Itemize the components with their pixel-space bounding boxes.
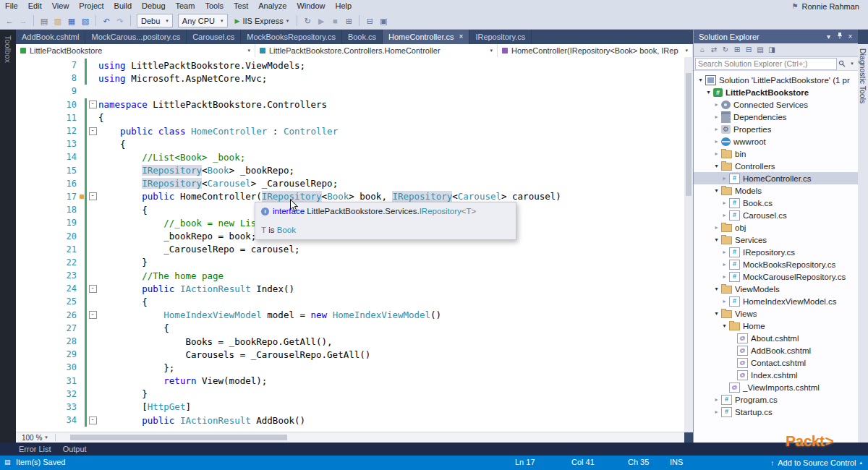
nav-forward-icon[interactable]: → [17, 14, 30, 28]
fold-collapse-icon[interactable]: - [89, 192, 97, 200]
tree-item-homeindexviewmodel-cs[interactable]: ▸HomeIndexViewModel.cs [694, 295, 859, 307]
expander-open-icon[interactable]: ▾ [712, 187, 720, 194]
tree-item-dependencies[interactable]: ▸Dependencies [694, 111, 859, 123]
fold-collapse-icon[interactable]: - [89, 416, 97, 424]
save-all-icon[interactable]: ▧ [79, 14, 92, 28]
save-icon[interactable]: ▦ [65, 14, 78, 28]
scrollbar-thumb[interactable] [70, 435, 287, 440]
expander-closed-icon[interactable]: ▸ [712, 409, 720, 415]
breadcrumb-member-dropdown[interactable]: HomeController(IRepository<Book> book, I… [498, 44, 693, 57]
configuration-dropdown[interactable]: Debu▾ [137, 14, 173, 27]
tab-addbook-cshtml[interactable]: AddBook.cshtml [16, 30, 85, 44]
find-in-files-icon[interactable]: ⊟ [363, 14, 376, 28]
close-icon[interactable]: × [459, 33, 464, 40]
window-layout-icon[interactable]: ⊞ [342, 14, 355, 28]
horizontal-scrollbar[interactable] [63, 435, 684, 440]
tree-item-homecontroller-cs[interactable]: ▸HomeController.cs [694, 172, 859, 184]
show-all-files-icon[interactable]: ⊞ [731, 43, 743, 57]
tree-item-littlepacktbookstore[interactable]: ▾LittlePacktBookstore [694, 86, 859, 98]
expander-open-icon[interactable]: ▾ [705, 89, 712, 95]
redo-icon[interactable]: ↷ [114, 14, 127, 28]
tree-item-addbook-cshtml[interactable]: AddBook.cshtml [694, 344, 859, 356]
tree-item-contact-cshtml[interactable]: Contact.cshtml [694, 356, 859, 369]
expander-open-icon[interactable]: ▾ [720, 322, 728, 329]
bottom-tab-output[interactable]: Output [63, 445, 87, 453]
expander-closed-icon[interactable]: ▸ [712, 138, 720, 145]
tree-item-services[interactable]: ▾Services [694, 234, 859, 246]
tree-item-startup-cs[interactable]: ▸Startup.cs [694, 406, 859, 418]
expander-closed-icon[interactable]: ▸ [720, 212, 728, 218]
vertical-scrollbar[interactable] [684, 57, 693, 432]
tree-item-program-cs[interactable]: ▸Program.cs [694, 393, 859, 406]
code-editor[interactable]: 7using LittlePacktBookstore.ViewModels;8… [16, 57, 684, 432]
tree-item-carousel-cs[interactable]: ▸Carousel.cs [694, 209, 859, 221]
expander-closed-icon[interactable]: ▸ [720, 249, 728, 255]
expander-closed-icon[interactable]: ▸ [720, 261, 728, 268]
preview-selected-icon[interactable]: ◨ [766, 43, 778, 57]
tree-item-models[interactable]: ▾Models [694, 184, 859, 197]
fold-collapse-icon[interactable]: - [89, 101, 97, 108]
fold-collapse-icon[interactable]: - [89, 311, 97, 319]
add-to-source-control-button[interactable]: ↑ Add to Source Control ▴ [770, 456, 862, 470]
expander-closed-icon[interactable]: ▸ [712, 150, 720, 157]
refresh-icon[interactable]: ↻ [301, 14, 314, 28]
start-debug-button[interactable]: ▶IIS Express▾ [231, 17, 294, 25]
expander-open-icon[interactable]: ▾ [697, 77, 705, 83]
tab-carousel-cs[interactable]: Carousel.cs [187, 30, 241, 44]
expander-open-icon[interactable]: ▾ [712, 236, 720, 243]
search-icon[interactable] [837, 60, 847, 67]
nav-back-icon[interactable]: ← [3, 14, 16, 28]
refresh-icon[interactable]: ↻ [720, 43, 731, 57]
menu-item-test[interactable]: Test [229, 0, 253, 12]
tab-irepository-cs[interactable]: IRepository.cs [469, 30, 532, 44]
tree-item-book-cs[interactable]: ▸Book.cs [694, 197, 859, 209]
chevron-down-icon[interactable]: ▾ [823, 33, 834, 40]
tree-item-mockbooksrepository-cs[interactable]: ▸MockBooksRepository.cs [694, 258, 859, 270]
expander-closed-icon[interactable]: ▸ [720, 298, 728, 304]
expander-closed-icon[interactable]: ▸ [720, 200, 728, 206]
expander-closed-icon[interactable]: ▸ [712, 114, 720, 120]
tree-item-viewmodels[interactable]: ▾ViewModels [694, 283, 859, 295]
tree-item-connected-services[interactable]: ▸Connected Services [694, 98, 859, 111]
expander-closed-icon[interactable]: ▸ [712, 396, 720, 403]
open-file-icon[interactable]: ▥ [51, 14, 64, 28]
menu-item-window[interactable]: Window [292, 0, 330, 12]
tree-item-properties[interactable]: ▸Properties [694, 123, 859, 135]
platform-dropdown[interactable]: Any CPU▾ [178, 14, 228, 27]
undo-icon[interactable]: ↶ [100, 14, 113, 28]
tree-item-home[interactable]: ▾Home [694, 320, 859, 332]
tree-item-irepository-cs[interactable]: ▸IRepository.cs [694, 246, 859, 258]
tree-item-mockcarouselrepository-cs[interactable]: ▸MockCarouselRepository.cs [694, 270, 859, 283]
tree-item-controllers[interactable]: ▾Controllers [694, 160, 859, 172]
menu-item-view[interactable]: View [47, 0, 75, 12]
menu-item-build[interactable]: Build [109, 0, 137, 12]
tree-item-index-cshtml[interactable]: Index.cshtml [694, 369, 859, 381]
menu-item-analyze[interactable]: Analyze [253, 0, 292, 12]
expander-closed-icon[interactable]: ▸ [712, 101, 720, 108]
home-icon[interactable]: ⌂ [697, 43, 708, 57]
user-name[interactable]: Ronnie Rahman [802, 2, 860, 11]
collapse-all-icon[interactable]: ⊟ [743, 43, 754, 57]
tree-item-about-cshtml[interactable]: About.cshtml [694, 332, 859, 344]
bottom-tab-error-list[interactable]: Error List [19, 445, 51, 453]
new-file-icon[interactable]: ▤ [38, 14, 51, 28]
tree-item-obj[interactable]: ▸obj [694, 221, 859, 234]
menu-item-edit[interactable]: Edit [23, 0, 47, 12]
diagnostic-tools-tab[interactable]: Diagnostic Tools [859, 48, 867, 103]
tab-mockcarous-pository-cs[interactable]: MockCarous...pository.cs [85, 30, 187, 44]
menu-item-project[interactable]: Project [74, 0, 109, 12]
tree-item-wwwroot[interactable]: ▸wwwroot [694, 135, 859, 148]
scrollbar-thumb[interactable] [686, 73, 692, 196]
start-without-debug-icon[interactable]: ▶ [315, 14, 328, 28]
tab-mockbooksrepository-cs[interactable]: MockBooksRepository.cs [241, 30, 342, 44]
tree-item-views[interactable]: ▾Views [694, 307, 859, 320]
breadcrumb-project-dropdown[interactable]: LittlePacktBookstore ▾ [16, 44, 255, 57]
menu-item-file[interactable]: File [0, 0, 23, 12]
stop-icon[interactable]: ■ [328, 14, 341, 28]
menu-item-debug[interactable]: Debug [137, 0, 170, 12]
menu-item-team[interactable]: Team [171, 0, 200, 12]
switch-views-icon[interactable]: ⇄ [708, 43, 720, 57]
tree-item-viewimports-cshtml[interactable]: _ViewImports.cshtml [694, 381, 859, 393]
expander-open-icon[interactable]: ▾ [712, 163, 720, 169]
expander-closed-icon[interactable]: ▸ [712, 126, 720, 132]
